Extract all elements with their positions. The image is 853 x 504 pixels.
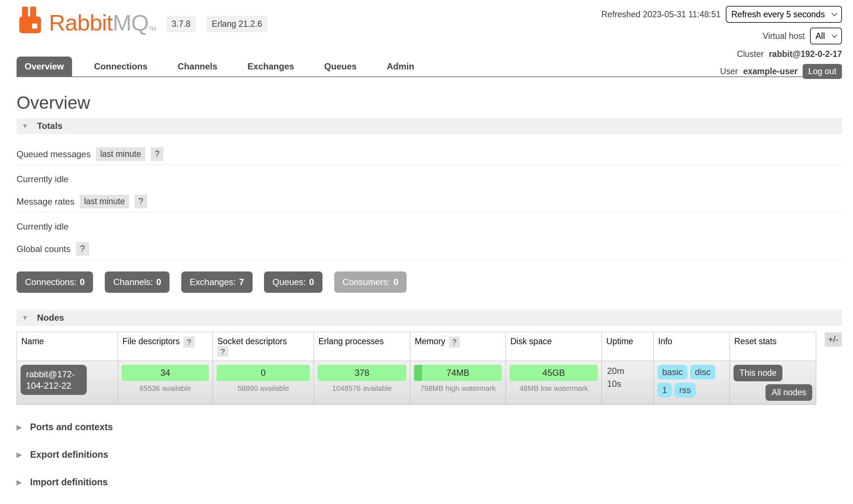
memory-used-segment: [414, 365, 422, 381]
triangle-down-icon: ▼: [22, 314, 28, 322]
message-rates-row: Message rates last minute ?: [17, 195, 842, 212]
help-badge[interactable]: ?: [151, 147, 164, 161]
refreshed-label: Refreshed: [602, 10, 640, 19]
virtual-host-label: Virtual host: [763, 31, 805, 41]
message-rates-status: Currently idle: [17, 222, 842, 232]
tab-channels[interactable]: Channels: [169, 57, 225, 76]
brand-wordmark: RabbitMQTM: [49, 12, 156, 34]
file-descriptors-bar: 34: [122, 365, 209, 381]
node-name-badge[interactable]: rabbit@172-104-212-22: [21, 365, 87, 395]
info-badge-1: 1: [657, 383, 672, 397]
help-badge[interactable]: ?: [183, 336, 194, 348]
tab-admin[interactable]: Admin: [379, 57, 422, 76]
reset-all-nodes-button[interactable]: All nodes: [765, 384, 812, 401]
info-cell: basicdisc 1rss: [654, 361, 730, 405]
erlang-version-badge: Erlang 21.2.6: [206, 16, 268, 32]
memory-note: 798MB high watermark: [414, 384, 502, 393]
col-erlang-processes: Erlang processes: [314, 332, 410, 361]
help-badge[interactable]: ?: [217, 346, 228, 357]
totals-heading: Totals: [37, 121, 63, 131]
refreshed-time: 2023-05-31 11:48:51: [643, 10, 721, 19]
triangle-right-icon: ▶: [17, 478, 22, 486]
global-count-buttons: Connections:0 Channels:0 Exchanges:7 Que…: [17, 271, 842, 293]
info-badge-rss: rss: [674, 383, 696, 397]
uptime-value: 10s: [606, 378, 650, 390]
triangle-right-icon: ▶: [17, 423, 22, 431]
cluster-row: Cluster rabbit@192-0-2-17: [737, 49, 842, 59]
totals-section-header[interactable]: ▼ Totals: [17, 118, 842, 134]
tab-connections[interactable]: Connections: [86, 57, 156, 76]
col-name: Name: [17, 332, 118, 361]
queued-messages-status: Currently idle: [17, 174, 842, 184]
channels-count-button[interactable]: Channels:0: [105, 271, 169, 293]
export-definitions-section[interactable]: ▶ Export definitions: [17, 449, 842, 460]
table-header-row: Name File descriptors? Socket descriptor…: [17, 332, 816, 361]
disk-space-bar: 45GB: [510, 365, 598, 381]
col-disk-space: Disk space: [506, 332, 602, 361]
user-label: User: [720, 66, 738, 76]
message-rates-label: Message rates: [17, 197, 74, 207]
file-descriptors-cell: 34 65536 available: [118, 361, 213, 405]
refresh-interval-select-wrap: Refresh every 5 seconds: [726, 6, 842, 23]
virtual-host-row: Virtual host All: [763, 28, 842, 44]
logout-button[interactable]: Log out: [803, 64, 842, 79]
message-rates-mode-badge[interactable]: last minute: [80, 195, 129, 208]
col-reset-stats: Reset stats: [730, 332, 816, 361]
memory-cell: 74MB 798MB high watermark: [410, 361, 506, 405]
nodes-table: Name File descriptors? Socket descriptor…: [17, 332, 816, 405]
ports-and-contexts-section[interactable]: ▶ Ports and contexts: [17, 422, 842, 432]
refresh-interval-select[interactable]: Refresh every 5 seconds: [726, 6, 842, 23]
erlang-processes-cell: 378 1048576 available: [314, 361, 410, 405]
nodes-section-header[interactable]: ▼ Nodes: [17, 310, 842, 326]
version-badge: 3.7.8: [166, 16, 196, 32]
node-row: rabbit@172-104-212-22 34 65536 available…: [17, 361, 816, 405]
queued-messages-row: Queued messages last minute ?: [17, 147, 842, 165]
col-file-descriptors: File descriptors?: [118, 332, 213, 361]
header-right: Refreshed 2023-05-31 11:48:51 Refresh ev…: [602, 6, 842, 79]
erlang-processes-bar: 378: [318, 365, 406, 381]
file-descriptors-note: 65536 available: [122, 384, 209, 393]
queues-count-button[interactable]: Queues:0: [264, 271, 322, 293]
reset-this-node-button[interactable]: This node: [734, 365, 782, 381]
virtual-host-select-wrap: All: [810, 28, 842, 44]
reset-stats-cell: This node All nodes: [730, 361, 816, 405]
triangle-down-icon: ▼: [22, 122, 28, 130]
virtual-host-select[interactable]: All: [810, 28, 842, 44]
brand-mq-text: MQ: [113, 10, 149, 35]
disk-space-note: 48MB low watermark: [510, 384, 598, 393]
main-content: Overview ▼ Totals Queued messages last m…: [17, 93, 842, 487]
uptime-value: 20m: [606, 365, 650, 378]
col-socket-descriptors: Socket descriptors?: [213, 332, 314, 361]
column-selector-button[interactable]: +/-: [825, 332, 842, 347]
consumers-count-button: Consumers:0: [334, 271, 407, 293]
col-uptime: Uptime: [602, 332, 654, 361]
exchanges-count-button[interactable]: Exchanges:7: [181, 271, 253, 293]
socket-descriptors-bar: 0: [217, 365, 310, 381]
socket-descriptors-cell: 0 58890 available: [213, 361, 314, 405]
disk-space-cell: 45GB 48MB low watermark: [506, 361, 602, 405]
nodes-table-wrap: Name File descriptors? Socket descriptor…: [17, 332, 842, 405]
help-badge[interactable]: ?: [76, 242, 89, 256]
global-counts-row: Global counts ?: [17, 242, 842, 260]
triangle-right-icon: ▶: [17, 451, 22, 459]
socket-descriptors-note: 58890 available: [217, 384, 310, 393]
connections-count-button[interactable]: Connections:0: [17, 271, 93, 293]
rabbitmq-logo-icon: [17, 7, 44, 34]
tab-queues[interactable]: Queues: [316, 57, 365, 76]
node-name-cell: rabbit@172-104-212-22: [17, 361, 118, 405]
page-title: Overview: [17, 93, 842, 113]
tab-exchanges[interactable]: Exchanges: [239, 57, 302, 76]
import-definitions-section[interactable]: ▶ Import definitions: [17, 477, 842, 487]
info-badge-disc: disc: [690, 365, 715, 379]
global-counts-label: Global counts: [17, 244, 71, 254]
user-row: User example-user Log out: [720, 64, 842, 79]
help-badge[interactable]: ?: [449, 336, 460, 348]
nodes-heading: Nodes: [37, 313, 64, 323]
cluster-label: Cluster: [737, 49, 764, 59]
help-badge[interactable]: ?: [135, 195, 147, 208]
info-badge-basic: basic: [657, 365, 688, 379]
refresh-row: Refreshed 2023-05-31 11:48:51 Refresh ev…: [602, 6, 842, 23]
tab-overview[interactable]: Overview: [17, 57, 72, 76]
brand-tm: TM: [149, 25, 156, 32]
queued-messages-mode-badge[interactable]: last minute: [96, 147, 145, 161]
